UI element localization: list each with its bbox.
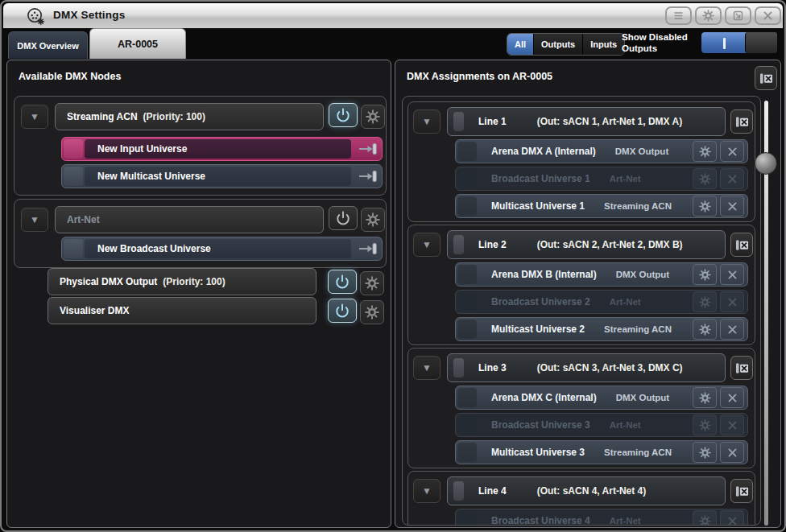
collapse-button[interactable]: ▼ [413,109,441,134]
assignment-row-disabled[interactable]: Broadcast Universe 4Art-Net [455,509,748,526]
window-close-button[interactable] [755,6,781,25]
assignment-settings-button[interactable] [693,264,717,285]
window-settings-button[interactable] [695,6,722,25]
assignment-row[interactable]: Multicast Universe 1Streaming ACN [455,194,748,218]
assignment-row[interactable]: Multicast Universe 2Streaming ACN [455,317,748,341]
assignment-remove-button[interactable] [720,168,744,189]
assignment-settings-button[interactable] [693,141,717,162]
tab-ar-0005[interactable]: AR-0005 [89,28,186,59]
drag-grip [453,235,464,254]
unpatch-all-button[interactable] [755,66,777,90]
unpatch-line-button[interactable] [730,233,753,257]
unpatch-icon [759,71,774,86]
node-header-art-net[interactable]: Art-Net [55,206,324,233]
patch-button[interactable] [353,138,382,160]
assignment-row-disabled[interactable]: Broadcast Universe 3Art-Net [455,413,748,437]
assignment-settings-button[interactable] [693,168,717,189]
new-input-universe-row[interactable]: New Input Universe [61,137,383,161]
power-button[interactable] [328,270,357,294]
assignment-remove-button[interactable] [720,387,744,408]
close-icon [762,10,774,22]
assignment-settings-button[interactable] [693,414,717,435]
assignment-name: Arena DMX A (Internal) [491,146,596,157]
assignment-row[interactable]: Arena DMX C (Internal)DMX Output [455,386,748,410]
line-detail: (Out: sACN 4, Art-Net 4) [537,485,647,497]
assignment-remove-button[interactable] [720,141,744,162]
node-header-physical-dmx-output[interactable]: Physical DMX Output (Priority: 100) [48,268,316,295]
triangle-down-icon: ▼ [422,116,432,127]
assignment-row-disabled[interactable]: Broadcast Universe 1Art-Net [455,167,748,191]
node-header-visualiser-dmx[interactable]: Visualiser DMX [48,297,316,324]
line-group-2: ▼ Line 2 (Out: sACN 2, Art-Net 2, DMX B)… [407,225,755,345]
line-header[interactable]: Line 2 (Out: sACN 2, Art-Net 2, DMX B) [447,230,726,259]
show-disabled-toggle[interactable] [701,31,778,54]
assignment-row-disabled[interactable]: Broadcast Universe 2Art-Net [455,290,748,314]
filter-outputs-button[interactable]: Outputs [533,34,582,55]
assignment-remove-button[interactable] [720,510,744,526]
assignment-remove-button[interactable] [720,414,744,435]
collapse-button[interactable]: ▼ [21,105,48,129]
patch-button[interactable] [353,237,382,260]
node-settings-button[interactable] [361,105,385,129]
assignment-remove-button[interactable] [720,196,744,217]
tab-label: AR-0005 [118,39,158,50]
assignment-settings-button[interactable] [693,319,717,340]
gear-icon [699,515,711,526]
line-detail: (Out: sACN 3, Art-Net 3, DMX C) [537,362,683,373]
assignment-remove-button[interactable] [720,319,744,340]
filter-all-button[interactable]: All [507,34,533,55]
node-settings-button[interactable] [360,271,384,295]
close-icon [726,392,738,404]
window-title: DMX Settings [53,9,125,21]
toggle-knob[interactable] [745,32,777,53]
assignment-settings-button[interactable] [693,442,717,463]
assignment-remove-button[interactable] [720,264,744,285]
tab-dmx-overview[interactable]: DMX Overview [8,31,88,59]
collapse-button[interactable]: ▼ [21,208,48,232]
assignment-settings-button[interactable] [693,291,717,312]
right-panel-title: DMX Assignments on AR-0005 [407,71,552,82]
filter-inputs-button[interactable]: Inputs [582,34,624,55]
node-header-streaming-acn[interactable]: Streaming ACN (Priority: 100) [55,103,324,130]
collapse-button[interactable]: ▼ [413,233,441,257]
gear-icon [699,269,711,281]
gear-icon [365,305,379,320]
unpatch-line-button[interactable] [730,356,753,380]
new-multicast-universe-row[interactable]: New Multicast Universe [61,164,383,188]
line-group-4: ▼ Line 4 (Out: sACN 4, Art-Net 4) Broadc… [407,471,755,526]
line-header[interactable]: Line 4 (Out: sACN 4, Art-Net 4) [447,476,726,505]
assignment-remove-button[interactable] [720,442,744,463]
power-button[interactable] [329,103,358,127]
gear-icon [699,146,711,158]
scrollbar-thumb[interactable] [755,152,777,175]
patch-button[interactable] [353,165,382,188]
line-header[interactable]: Line 3 (Out: sACN 3, Art-Net 3, DMX C) [447,353,726,382]
collapse-button[interactable]: ▼ [413,356,441,380]
window-detach-button[interactable] [725,6,751,25]
unpatch-line-button[interactable] [730,109,753,134]
assignment-settings-button[interactable] [693,510,717,526]
node-settings-button[interactable] [361,208,385,232]
power-button[interactable] [329,206,358,230]
assignment-settings-button[interactable] [693,387,717,408]
assignment-row[interactable]: Arena DMX A (Internal)DMX Output [455,139,748,163]
node-settings-button[interactable] [360,300,384,324]
window-menu-button[interactable] [665,6,692,25]
assignment-settings-button[interactable] [693,196,717,217]
line-header[interactable]: Line 1 (Out: sACN 1, Art-Net 1, DMX A) [447,107,726,136]
line-group-1: ▼ Line 1 (Out: sACN 1, Art-Net 1, DMX A)… [407,101,755,222]
assignment-row[interactable]: Multicast Universe 3Streaming ACN [455,440,748,464]
new-broadcast-universe-row[interactable]: New Broadcast Universe [61,237,383,261]
close-icon [726,419,738,431]
unpatch-line-button[interactable] [730,479,753,503]
collapse-button[interactable]: ▼ [413,479,441,503]
titlebar[interactable]: DMX Settings [3,3,783,29]
assignment-protocol: DMX Output [616,270,669,279]
power-icon [336,108,350,122]
assignment-row[interactable]: Arena DMX B (Internal)DMX Output [455,262,748,287]
toggle-on-mark [723,38,726,49]
assignment-remove-button[interactable] [720,291,744,312]
power-button[interactable] [328,299,357,323]
row-label: New Broadcast Universe [97,243,211,254]
assignment-protocol: DMX Output [615,146,668,156]
